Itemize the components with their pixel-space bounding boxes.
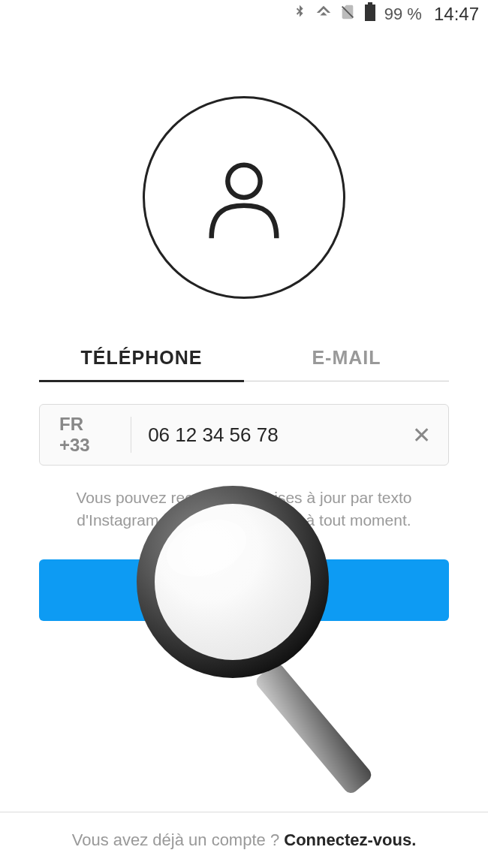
avatar-placeholder [143, 96, 345, 299]
svg-rect-0 [368, 2, 372, 5]
bluetooth-icon [291, 4, 308, 25]
signup-content: TÉLÉPHONE E-MAIL FR +33 ✕ Vous pouvez re… [0, 29, 488, 621]
status-bar: 99 % 14:47 [0, 0, 488, 29]
footer-prompt: Vous avez déjà un compte ? [72, 830, 285, 849]
tab-email-label: E-MAIL [312, 347, 381, 368]
svg-rect-3 [254, 661, 375, 796]
tab-bar: TÉLÉPHONE E-MAIL [39, 335, 449, 381]
user-icon [195, 149, 293, 246]
phone-input-row: FR +33 ✕ [39, 404, 449, 466]
tab-phone-label: TÉLÉPHONE [81, 347, 203, 368]
battery-percentage: 99 % [384, 5, 422, 24]
sim-icon [339, 4, 356, 25]
country-code-label: FR +33 [59, 414, 111, 456]
svg-point-2 [227, 165, 260, 197]
wifi-icon [315, 4, 332, 25]
tab-email[interactable]: E-MAIL [244, 335, 449, 381]
next-button-label: Next [221, 578, 267, 601]
close-icon: ✕ [412, 422, 431, 448]
battery-icon [363, 2, 377, 26]
country-code-selector[interactable]: FR +33 [40, 417, 131, 453]
clock-time: 14:47 [434, 4, 479, 25]
phone-number-input[interactable] [131, 423, 408, 447]
sms-hint-text: Vous pouvez recevoir des mises à jour pa… [39, 487, 449, 532]
tab-phone[interactable]: TÉLÉPHONE [39, 335, 244, 381]
svg-rect-1 [365, 5, 375, 21]
footer: Vous avez déjà un compte ? Connectez-vou… [0, 812, 488, 868]
next-button[interactable]: Next [39, 559, 449, 621]
clear-input-button[interactable]: ✕ [408, 420, 435, 450]
login-link[interactable]: Connectez-vous. [284, 830, 416, 849]
